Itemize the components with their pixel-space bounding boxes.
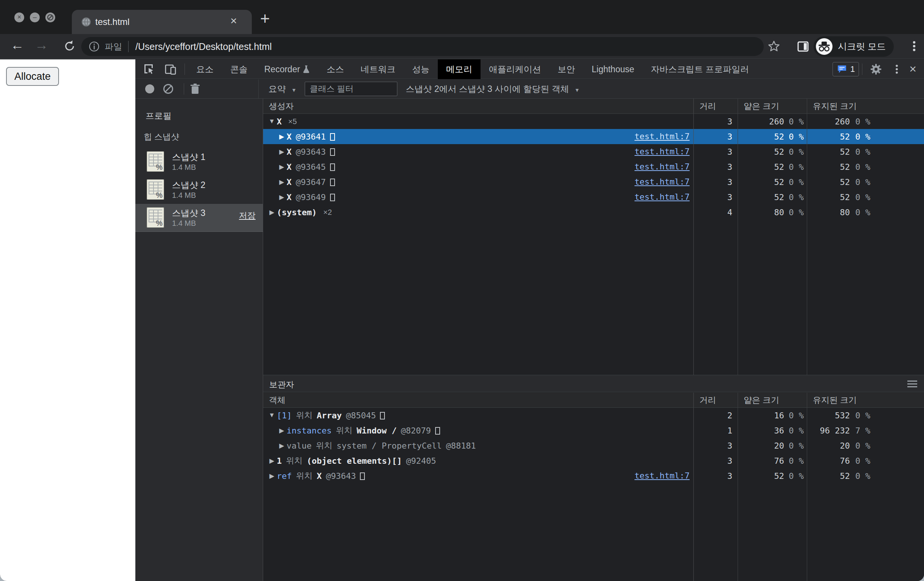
- forward-button[interactable]: →: [35, 37, 48, 53]
- source-link[interactable]: test.html:7: [634, 147, 690, 156]
- column-header-object[interactable]: 객체: [263, 392, 694, 407]
- source-link[interactable]: test.html:7: [634, 177, 690, 187]
- object-text: @85045: [346, 411, 376, 420]
- snapshot-item-3[interactable]: 스냅샷 31.4 MB저장: [135, 204, 263, 232]
- devtools-tab-자바스크립트 프로파일러[interactable]: 자바스크립트 프로파일러: [643, 60, 757, 79]
- column-header-distance-2[interactable]: 거리: [694, 392, 738, 407]
- snapshot-save-link[interactable]: 저장: [239, 210, 256, 221]
- devtools-settings-button[interactable]: [870, 63, 882, 75]
- size-value: 52: [738, 177, 784, 187]
- object-text: 위치: [316, 440, 332, 451]
- info-icon[interactable]: [89, 41, 99, 52]
- retainer-row[interactable]: ▼[1]위치Array@850452160 %5320 %: [263, 408, 924, 423]
- snapshot-item-2[interactable]: 스냅샷 21.4 MB: [135, 176, 263, 204]
- devtools-tab-보안[interactable]: 보안: [549, 60, 583, 79]
- retainer-row[interactable]: ▶value위치system / PropertyCell@881813200 …: [263, 438, 924, 453]
- retained-size-cell: 200 %: [807, 438, 924, 453]
- constructor-row[interactable]: ▶X@93641test.html:73520 %520 %: [263, 129, 924, 144]
- expander-closed-icon[interactable]: ▶: [277, 427, 287, 435]
- delete-profile-button[interactable]: [190, 83, 201, 95]
- size-value: 52: [807, 192, 850, 202]
- expander-closed-icon[interactable]: ▶: [277, 148, 287, 156]
- bookmark-star-button[interactable]: [767, 40, 780, 53]
- size-percent: 0 %: [850, 411, 873, 420]
- retainer-row[interactable]: ▶1위치(object elements)[]@924053760 %760 %: [263, 453, 924, 468]
- column-header-constructor[interactable]: 생성자: [263, 99, 694, 114]
- expander-closed-icon[interactable]: ▶: [277, 163, 287, 171]
- window-close-button[interactable]: ×: [14, 13, 24, 22]
- constructor-row[interactable]: ▶X@93647test.html:73520 %520 %: [263, 174, 924, 189]
- object-cell: ▼X×5: [263, 114, 694, 129]
- column-header-distance[interactable]: 거리: [694, 99, 738, 114]
- expander-closed-icon[interactable]: ▶: [277, 178, 287, 186]
- constructor-row[interactable]: ▶X@93645test.html:73520 %520 %: [263, 159, 924, 174]
- side-panel-button[interactable]: [797, 40, 809, 53]
- expander-open-icon[interactable]: ▼: [267, 412, 277, 419]
- expander-closed-icon[interactable]: ▶: [267, 209, 277, 216]
- size-percent: 0 %: [850, 147, 873, 157]
- devtools-tab-요소[interactable]: 요소: [188, 60, 222, 79]
- source-link[interactable]: test.html:7: [634, 192, 690, 202]
- issues-button[interactable]: 1: [833, 62, 859, 76]
- toolbar2-divider: [258, 79, 259, 99]
- column-header-retained-size-2[interactable]: 유지된 크기: [807, 392, 924, 407]
- allocate-button[interactable]: Allocate: [6, 67, 59, 86]
- constructor-row[interactable]: ▶(system)×24800 %800 %: [263, 205, 924, 220]
- expander-closed-icon[interactable]: ▶: [277, 133, 287, 141]
- expander-closed-icon[interactable]: ▶: [277, 193, 287, 201]
- reload-button[interactable]: [63, 40, 76, 53]
- devtools-tab-Lighthouse[interactable]: Lighthouse: [583, 60, 643, 79]
- back-button[interactable]: ←: [11, 37, 24, 53]
- grid-empty-column: [694, 220, 738, 375]
- three-dot-menu-icon: [908, 39, 921, 53]
- class-filter-input[interactable]: [305, 82, 398, 96]
- inspect-element-button[interactable]: [142, 63, 155, 76]
- window-zoom-button[interactable]: [45, 13, 55, 22]
- column-header-shallow-size[interactable]: 얕은 크기: [738, 99, 807, 114]
- window-minimize-button[interactable]: –: [30, 13, 40, 22]
- constructor-row[interactable]: ▼X×532600 %2600 %: [263, 114, 924, 129]
- column-header-retained-size[interactable]: 유지된 크기: [807, 99, 924, 114]
- devtools-tab-소스[interactable]: 소스: [318, 60, 352, 79]
- devtools-tab-애플리케이션[interactable]: 애플리케이션: [480, 60, 549, 79]
- device-toolbar-button[interactable]: [164, 63, 177, 76]
- snapshot-range-select[interactable]: 스냅샷 2에서 스냅샷 3 사이에 할당된 객체 ▼: [406, 83, 579, 95]
- retainers-menu-button[interactable]: [908, 380, 917, 388]
- devtools-close-button[interactable]: ×: [909, 62, 916, 76]
- object-text: @93643: [326, 471, 356, 481]
- constructor-row[interactable]: ▶X@93649test.html:73520 %520 %: [263, 189, 924, 205]
- tab-strip: × – test.html × +: [0, 0, 924, 34]
- devtools-tab-성능[interactable]: 성능: [404, 60, 438, 79]
- source-link[interactable]: test.html:7: [634, 132, 690, 141]
- retainer-row[interactable]: ▶instances위치Window /@820791360 %96 2327 …: [263, 423, 924, 438]
- devtools-tab-메모리[interactable]: 메모리: [438, 60, 480, 79]
- devtools-tab-콘솔[interactable]: 콘솔: [222, 60, 256, 79]
- expander-closed-icon[interactable]: ▶: [267, 457, 277, 465]
- snapshot-item-1[interactable]: 스냅샷 11.4 MB: [135, 148, 263, 176]
- perspective-select[interactable]: 요약 ▼: [269, 83, 296, 95]
- devtools-tab-Recorder[interactable]: Recorder: [256, 60, 318, 79]
- constructor-row[interactable]: ▶X@93643test.html:73520 %520 %: [263, 144, 924, 159]
- devtools-menu-button[interactable]: [891, 63, 903, 75]
- expander-closed-icon[interactable]: ▶: [277, 442, 287, 450]
- devtools-tab-네트워크[interactable]: 네트워크: [352, 60, 404, 79]
- object-badge-icon: [330, 148, 335, 156]
- grid-empty-column: [694, 483, 738, 581]
- expander-open-icon[interactable]: ▼: [267, 118, 277, 125]
- url-text[interactable]: /Users/yceffort/Desktop/test.html: [135, 41, 272, 52]
- source-link[interactable]: test.html:7: [634, 471, 690, 480]
- tab-close-icon[interactable]: ×: [227, 14, 241, 27]
- record-heap-button[interactable]: [145, 84, 154, 93]
- object-badge-icon: [380, 412, 385, 419]
- address-bar[interactable]: 파일 /Users/yceffort/Desktop/test.html: [81, 37, 764, 56]
- new-tab-button[interactable]: +: [260, 9, 270, 28]
- retainer-row[interactable]: ▶ref위치X@93643test.html:73520 %520 %: [263, 468, 924, 483]
- browser-tab[interactable]: test.html ×: [72, 10, 252, 34]
- source-link[interactable]: test.html:7: [634, 162, 690, 171]
- column-header-shallow-size-2[interactable]: 얕은 크기: [738, 392, 807, 407]
- expander-closed-icon[interactable]: ▶: [267, 472, 277, 480]
- browser-menu-button[interactable]: [908, 39, 921, 53]
- grid-empty-area: [263, 483, 924, 581]
- snapshot-name: 스냅샷 2: [172, 179, 205, 191]
- clear-button[interactable]: [163, 83, 174, 94]
